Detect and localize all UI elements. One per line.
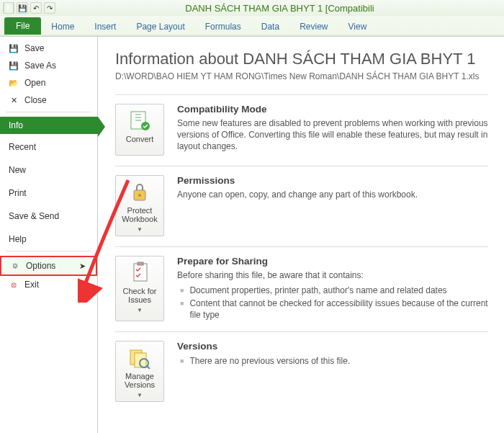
check-for-issues-button[interactable]: Check for Issues ▼	[115, 256, 164, 322]
options-icon: ⛭	[10, 261, 20, 271]
chevron-down-icon: ▼	[137, 226, 143, 233]
tab-formulas[interactable]: Formulas	[195, 19, 251, 35]
sidebar-item-open[interactable]: 📂 Open	[0, 74, 97, 91]
section-prepare-sharing: Check for Issues ▼ Prepare for Sharing B…	[115, 246, 488, 332]
protect-workbook-button[interactable]: Protect Workbook ▼	[115, 175, 164, 236]
svg-rect-5	[138, 262, 143, 265]
chevron-down-icon: ▼	[137, 307, 143, 313]
sidebar-item-label: Save As	[24, 61, 56, 71]
tile-label: Convert	[126, 135, 154, 143]
open-icon: 📂	[9, 78, 19, 88]
sidebar-item-label: Info	[9, 120, 23, 130]
sidebar-item-help[interactable]: Help	[0, 231, 97, 248]
sidebar-item-label: Options	[26, 261, 55, 271]
qat-redo-icon[interactable]: ↷	[44, 2, 55, 14]
tile-label: Protect Workbook	[119, 206, 161, 223]
checklist-icon	[128, 261, 151, 284]
title-bar: 💾 ↶ ↷ DANH SÁCH THAM GIA BHYT 1 [Compati…	[0, 0, 504, 16]
section-heading: Versions	[177, 341, 488, 352]
sidebar-item-label: New	[9, 165, 26, 175]
cursor-icon: ➤	[77, 261, 87, 271]
tab-page-layout[interactable]: Page Layout	[126, 19, 194, 35]
sidebar-item-exit[interactable]: ⦻ Exit	[0, 276, 97, 293]
backstage-content: Information about DANH SÁCH THAM GIA BHY…	[98, 37, 504, 433]
tab-insert[interactable]: Insert	[84, 19, 126, 35]
sidebar-item-label: Print	[9, 188, 27, 198]
tab-home[interactable]: Home	[41, 19, 84, 35]
sidebar-item-save-send[interactable]: Save & Send	[0, 207, 97, 225]
quick-access-toolbar: 💾 ↶ ↷	[3, 2, 55, 14]
sidebar-item-label: Recent	[9, 142, 36, 152]
section-heading: Prepare for Sharing	[177, 256, 488, 267]
exit-icon: ⦻	[9, 280, 19, 290]
ribbon-tabs: File Home Insert Page Layout Formulas Da…	[0, 16, 504, 35]
sidebar-item-print[interactable]: Print	[0, 184, 97, 202]
tile-label: Check for Issues	[119, 287, 161, 304]
lock-icon	[128, 180, 151, 203]
convert-button[interactable]: Convert	[115, 104, 164, 156]
qat-undo-icon[interactable]: ↶	[30, 2, 42, 14]
sidebar-item-label: Help	[9, 234, 27, 244]
svg-rect-4	[134, 264, 147, 281]
tab-data[interactable]: Data	[251, 19, 289, 35]
sidebar-item-close[interactable]: ✕ Close	[0, 91, 97, 109]
convert-icon	[128, 109, 151, 132]
sidebar-item-save-as[interactable]: 💾 Save As	[0, 57, 97, 74]
section-text: Anyone can open, copy, and change any pa…	[177, 189, 488, 200]
section-text: Some new features are disabled to preven…	[177, 117, 488, 153]
sidebar-item-options[interactable]: ⛭ Options ➤	[0, 256, 97, 276]
tab-review[interactable]: Review	[289, 19, 338, 35]
sidebar-item-label: Close	[24, 95, 47, 105]
section-compatibility: Convert Compatibility Mode Some new feat…	[115, 94, 488, 166]
sidebar-item-save[interactable]: 💾 Save	[0, 40, 97, 57]
list-item: There are no previous versions of this f…	[189, 355, 350, 367]
qat-save-icon[interactable]: 💾	[17, 2, 28, 14]
close-doc-icon: ✕	[9, 95, 19, 105]
issue-list: Document properties, printer path, autho…	[177, 284, 488, 322]
section-text: Before sharing this file, be aware that …	[177, 269, 488, 281]
window-title: DANH SÁCH THAM GIA BHYT 1 [Compatibili	[55, 3, 504, 14]
versions-icon	[128, 346, 151, 369]
section-versions: Manage Versions ▼ Versions There are no …	[115, 331, 488, 412]
svg-point-3	[138, 194, 141, 197]
chevron-down-icon: ▼	[137, 392, 143, 398]
sidebar-item-label: Save	[24, 43, 44, 53]
manage-versions-button[interactable]: Manage Versions ▼	[115, 341, 164, 402]
tab-file[interactable]: File	[4, 17, 41, 35]
divider	[6, 251, 91, 251]
section-heading: Compatibility Mode	[177, 104, 488, 115]
save-as-icon: 💾	[9, 61, 19, 71]
file-path: D:\WORD\BAO HIEM YT HAM RONG\Times New R…	[115, 71, 488, 81]
page-title: Information about DANH SÁCH THAM GIA BHY…	[115, 50, 488, 68]
section-permissions: Protect Workbook ▼ Permissions Anyone ca…	[115, 166, 488, 246]
sidebar-item-label: Exit	[24, 280, 39, 290]
sidebar-item-label: Save & Send	[9, 211, 59, 221]
section-heading: Permissions	[177, 175, 488, 186]
sidebar-item-label: Open	[24, 78, 45, 88]
excel-app-icon	[3, 2, 14, 14]
list-item: Document properties, printer path, autho…	[189, 285, 446, 296]
list-item: Content that cannot be checked for acces…	[189, 298, 488, 321]
save-icon: 💾	[9, 43, 19, 53]
sidebar-item-recent[interactable]: Recent	[0, 138, 97, 156]
tile-label: Manage Versions	[119, 372, 161, 389]
sidebar-item-info[interactable]: Info	[0, 117, 98, 134]
version-list: There are no previous versions of this f…	[177, 354, 488, 367]
backstage-sidebar: 💾 Save 💾 Save As 📂 Open ✕ Close Info Rec…	[0, 37, 98, 433]
divider	[6, 112, 91, 112]
tab-view[interactable]: View	[338, 19, 377, 35]
sidebar-item-new[interactable]: New	[0, 161, 97, 179]
